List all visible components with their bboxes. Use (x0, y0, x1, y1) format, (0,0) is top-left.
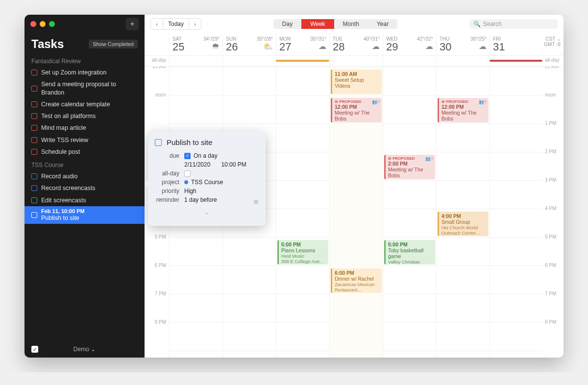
sidebar-footer: ✓ Demo ⌄ (24, 341, 145, 358)
day-header[interactable]: WED42°/32° 29☁ (383, 33, 436, 55)
add-task-button[interactable]: + (126, 18, 139, 30)
day-column-mon[interactable]: 5:00 PMPiano LessonsHeid Music308 E Coll… (276, 67, 329, 358)
view-month-button[interactable]: Month (334, 19, 368, 29)
task-checkbox[interactable] (31, 101, 37, 107)
task-checkbox[interactable] (31, 137, 37, 143)
day-column-thu[interactable]: ⊘ PROPOSED12:00 PMMeeting w/ The Bobs👥?4… (436, 67, 490, 358)
day-column-fri[interactable] (490, 67, 543, 358)
day-column-wed[interactable]: ⊘ PROPOSED2:00 PMMeeting w/ The Bobs👥?5:… (383, 67, 436, 358)
tasks-view-icon[interactable]: ✓ (31, 346, 38, 353)
task-checkbox[interactable] (31, 70, 37, 75)
minimize-window-button[interactable] (40, 21, 46, 27)
popover-date-field[interactable]: 2/11/2020 (184, 161, 210, 168)
time-label: 5 PM (545, 234, 564, 263)
time-label: 11 AM (545, 67, 564, 92)
time-label: 1 PM (545, 120, 564, 149)
time-label: 7 PM (145, 291, 169, 319)
popover-reminder-selector[interactable]: 1 day before (184, 196, 259, 203)
day-header[interactable]: SUN35°/28° 26⛅ (222, 33, 276, 55)
task-item[interactable]: Set up Zoom integration (24, 67, 145, 78)
popover-checkbox[interactable] (155, 139, 162, 146)
task-checkbox[interactable] (31, 173, 37, 179)
view-segment: Day Week Month Year (273, 19, 397, 29)
calendar-event[interactable]: ⊘ PROPOSED2:00 PMMeeting w/ The Bobs👥? (384, 155, 435, 179)
calendar-event[interactable]: ⊘ PROPOSED12:00 PMMeeting w/ The Bobs👥? (438, 98, 489, 122)
add-reminder-button[interactable]: ⊕ (253, 198, 259, 205)
day-column-tue[interactable]: 11:00 AMSweet Setup Videos⊘ PROPOSED12:0… (329, 67, 383, 358)
toolbar: ‹ Today › Day Week Month Year 🔍 Search (145, 15, 564, 33)
time-label: 6 PM (545, 263, 564, 291)
task-checkbox[interactable] (31, 113, 37, 119)
day-header[interactable]: FRI 31 (490, 33, 543, 55)
task-checkbox[interactable] (31, 212, 37, 218)
timezone-label[interactable]: CST ⌄GMT -6 (543, 33, 564, 55)
task-item-selected[interactable]: Feb 11, 10:00 PM Publish to site (24, 206, 145, 224)
close-window-button[interactable] (30, 21, 36, 27)
allday-cells (169, 56, 543, 66)
calendar-event[interactable]: 5:00 PMToby basketball gameValley Christ… (384, 240, 435, 265)
show-completed-button[interactable]: Show Completed (89, 40, 138, 48)
popover-title[interactable]: Publish to site (167, 138, 212, 146)
day-header[interactable]: TUE40°/31° 28☁ (329, 33, 383, 55)
view-year-button[interactable]: Year (368, 19, 397, 29)
task-checkbox[interactable] (31, 86, 37, 92)
task-item[interactable]: Create calendar template (24, 98, 145, 110)
task-checkbox[interactable] (31, 149, 37, 155)
allday-event[interactable] (276, 60, 329, 62)
task-item[interactable]: Send a meeting proposal to Brandon (24, 78, 145, 98)
time-label: 5 PM (145, 234, 169, 263)
allday-row: all-day all-day (145, 56, 564, 67)
search-placeholder: Search (483, 21, 502, 27)
today-button[interactable]: Today (163, 19, 189, 29)
task-item[interactable]: Write TSS review (24, 134, 145, 146)
time-label: 7 PM (545, 291, 564, 319)
calendar-event[interactable]: 5:00 PMPiano LessonsHeid Music308 E Coll… (277, 240, 328, 265)
nav-segment: ‹ Today › (150, 18, 201, 30)
time-label: 8 PM (545, 319, 564, 348)
task-detail-popover: Publish to site due ✓On a day 2/11/2020 … (148, 131, 266, 226)
next-button[interactable]: › (189, 19, 201, 29)
task-item[interactable]: Record audio (24, 170, 145, 182)
search-field[interactable]: 🔍 Search (469, 19, 558, 29)
allday-event[interactable] (490, 60, 542, 62)
task-checkbox[interactable] (31, 185, 37, 191)
popover-priority-selector[interactable]: High (184, 188, 259, 194)
calendar-set-selector[interactable]: Demo ⌄ (74, 346, 96, 353)
maximize-window-button[interactable] (49, 21, 55, 27)
view-day-button[interactable]: Day (273, 19, 301, 29)
sidebar: + Tasks Show Completed Fantastical Revie… (24, 15, 145, 358)
day-header[interactable]: MON35°/31° 27☁ (276, 33, 329, 55)
calendar-event[interactable]: ⊘ PROPOSED12:00 PMMeeting w/ The Bobs👥? (331, 98, 382, 122)
popover-due-toggle[interactable]: ✓On a day (184, 152, 259, 159)
day-header-row: SAT34°/29° 25🌧SUN35°/28° 26⛅MON35°/31° 2… (145, 33, 564, 56)
popover-allday-checkbox[interactable] (184, 170, 191, 177)
task-item[interactable]: Schedule post (24, 146, 145, 158)
calendar-event[interactable]: 6:00 PMDinner w/ RachelZacatecas Mexican… (331, 268, 382, 293)
task-group-label: Fantastical Review (24, 54, 145, 67)
search-icon: 🔍 (473, 21, 481, 27)
task-group-label: TSS Course (24, 158, 145, 170)
prev-button[interactable]: ‹ (151, 19, 163, 29)
task-item[interactable]: Test on all platforms (24, 110, 145, 122)
calendar-event[interactable]: 4:00 PMSmall GroupHis Church World Outre… (438, 212, 489, 236)
task-text: Publish to site (41, 214, 85, 222)
task-checkbox[interactable] (31, 197, 37, 203)
sidebar-title: Tasks (31, 37, 64, 51)
view-week-button[interactable]: Week (301, 19, 334, 29)
app-window: + Tasks Show Completed Fantastical Revie… (24, 15, 564, 358)
time-label: noon (545, 92, 564, 120)
calendar-event[interactable]: 11:00 AMSweet Setup Videos (331, 70, 382, 94)
day-header[interactable]: THU38°/25° 30☁ (436, 33, 490, 55)
expand-popover-icon[interactable]: ⌄ (148, 208, 266, 216)
popover-project-selector[interactable]: TSS Course (184, 179, 259, 186)
task-item[interactable]: Record screencasts (24, 182, 145, 194)
time-label: 3 PM (545, 177, 564, 206)
time-label: 2 PM (545, 149, 564, 177)
window-titlebar: + (24, 15, 145, 33)
day-header[interactable]: SAT34°/29° 25🌧 (169, 33, 222, 55)
popover-time-field[interactable]: 10:00 PM (221, 161, 246, 168)
task-item[interactable]: Edit screencasts (24, 194, 145, 206)
time-label: 11 AM (145, 67, 169, 92)
task-item[interactable]: Mind map article (24, 122, 145, 134)
task-checkbox[interactable] (31, 125, 37, 131)
